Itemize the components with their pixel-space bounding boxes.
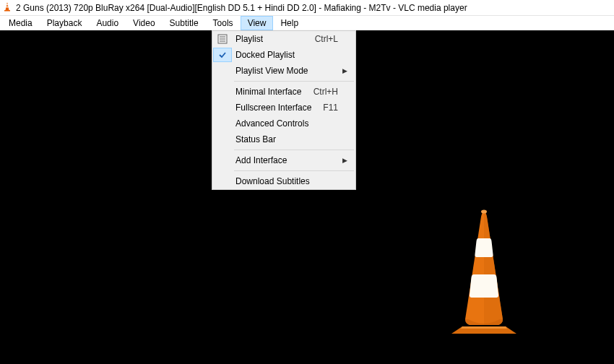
vlc-cone-logo <box>426 204 542 343</box>
check-icon <box>213 48 232 62</box>
menu-audio[interactable]: Audio <box>89 16 126 30</box>
menu-playback[interactable]: Playback <box>40 16 90 30</box>
dropdown-accel: Ctrl+L <box>315 34 342 44</box>
dropdown-item-download-subtitles[interactable]: Download Subtitles <box>212 173 355 189</box>
dropdown-item-playlist-view-mode[interactable]: Playlist View Mode ▶ <box>212 63 355 79</box>
svg-rect-3 <box>4 10 10 12</box>
dropdown-label: Playlist <box>233 34 315 44</box>
dropdown-label: Minimal Interface <box>233 87 314 97</box>
dropdown-label: Add Interface <box>233 155 338 165</box>
menu-video[interactable]: Video <box>126 16 162 30</box>
dropdown-separator <box>234 81 354 82</box>
dropdown-label: Status Bar <box>233 134 338 144</box>
dropdown-label: Playlist View Mode <box>233 66 338 76</box>
dropdown-label: Fullscreen Interface <box>233 103 323 113</box>
chevron-right-icon: ▶ <box>342 67 350 74</box>
dropdown-item-minimal-interface[interactable]: Minimal Interface Ctrl+H <box>212 84 355 100</box>
chevron-right-icon: ▶ <box>342 157 350 164</box>
dropdown-separator <box>234 150 354 150</box>
svg-rect-1 <box>6 4 9 5</box>
playlist-icon <box>212 31 233 47</box>
dropdown-label: Download Subtitles <box>233 176 338 186</box>
vlc-cone-icon <box>3 1 12 14</box>
svg-point-9 <box>481 210 487 214</box>
window-title: 2 Guns (2013) 720p BluRay x264 [Dual-Aud… <box>16 3 467 13</box>
menubar: Media Playback Audio Video Subtitle Tool… <box>0 16 614 30</box>
dropdown-item-fullscreen-interface[interactable]: Fullscreen Interface F11 <box>212 100 355 116</box>
dropdown-separator <box>234 170 354 171</box>
dropdown-accel: F11 <box>323 103 342 113</box>
menu-tools[interactable]: Tools <box>206 16 241 30</box>
menu-help[interactable]: Help <box>273 16 306 30</box>
dropdown-item-playlist[interactable]: Playlist Ctrl+L <box>212 31 355 47</box>
titlebar: 2 Guns (2013) 720p BluRay x264 [Dual-Aud… <box>0 0 614 16</box>
svg-marker-0 <box>6 2 9 10</box>
dropdown-item-advanced-controls[interactable]: Advanced Controls <box>212 116 355 131</box>
svg-rect-2 <box>6 6 9 7</box>
dropdown-label: Docked Playlist <box>233 50 338 60</box>
menu-view[interactable]: View <box>241 16 274 30</box>
dropdown-item-docked-playlist[interactable]: Docked Playlist <box>212 47 355 63</box>
dropdown-label: Advanced Controls <box>233 118 338 129</box>
dropdown-item-add-interface[interactable]: Add Interface ▶ <box>212 152 355 168</box>
menu-subtitle[interactable]: Subtitle <box>163 16 206 30</box>
dropdown-item-status-bar[interactable]: Status Bar <box>212 131 355 147</box>
view-dropdown: Playlist Ctrl+L Docked Playlist Playlist… <box>212 30 356 190</box>
menu-media[interactable]: Media <box>1 16 40 30</box>
dropdown-accel: Ctrl+H <box>314 87 342 97</box>
